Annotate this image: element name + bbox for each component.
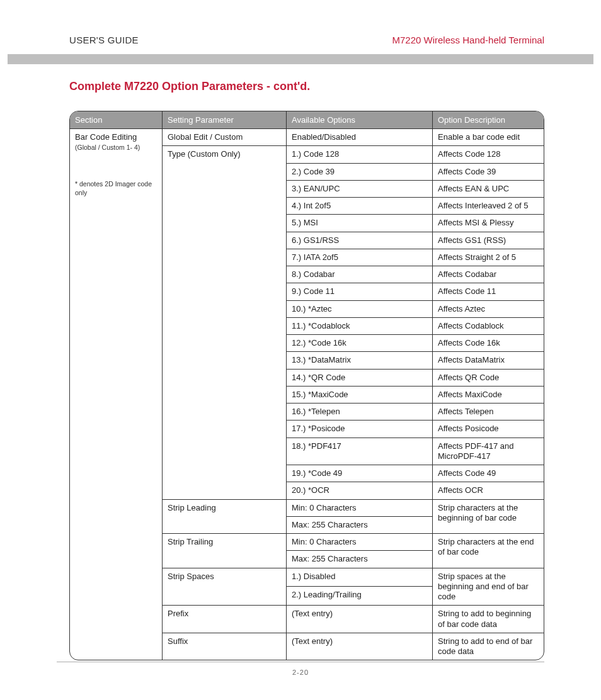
- description-cell: Affects GS1 (RSS): [433, 232, 544, 249]
- param-cell: Strip Leading: [163, 499, 287, 534]
- col-header-options: Available Options: [287, 111, 433, 129]
- description-cell: Affects Straight 2 of 5: [433, 249, 544, 266]
- option-cell: 15.) *MaxiCode: [287, 386, 433, 403]
- option-cell: Min: 0 Characters: [287, 534, 433, 551]
- description-cell: Affects Codabar: [433, 266, 544, 283]
- option-cell: Enabled/Disabled: [287, 129, 433, 146]
- option-cell: 13.) *DataMatrix: [287, 352, 433, 369]
- param-cell: Global Edit / Custom: [163, 129, 287, 146]
- col-header-section: Section: [70, 111, 163, 129]
- description-cell: Strip spaces at the beginning and end of…: [433, 568, 544, 606]
- option-cell: 6.) GS1/RSS: [287, 232, 433, 249]
- description-cell: Enable a bar code edit: [433, 129, 544, 146]
- section-footnote: * denotes 2D Imager code only: [75, 180, 157, 196]
- description-cell: Affects DataMatrix: [433, 352, 544, 369]
- param-cell: Strip Trailing: [163, 534, 287, 568]
- description-cell: Affects MaxiCode: [433, 386, 544, 403]
- page-number: 2-20: [0, 669, 601, 676]
- section-title: Complete M7220 Option Parameters - cont'…: [69, 80, 544, 93]
- description-cell: Affects QR Code: [433, 369, 544, 386]
- table-row: Bar Code Editing(Global / Custom 1- 4)* …: [70, 129, 544, 146]
- param-cell: Prefix: [163, 606, 287, 633]
- description-cell: Affects MSI & Plessy: [433, 215, 544, 232]
- section-name: Bar Code Editing: [75, 132, 157, 142]
- description-cell: Affects Telepen: [433, 404, 544, 421]
- option-cell: 20.) *OCR: [287, 482, 433, 499]
- option-cell: 1.) Disabled: [287, 568, 433, 587]
- description-cell: Affects Aztec: [433, 300, 544, 317]
- option-cell: 14.) *QR Code: [287, 369, 433, 386]
- description-cell: Affects Code 16k: [433, 335, 544, 352]
- option-cell: 1.) Code 128: [287, 146, 433, 163]
- document-page: USER'S GUIDE M7220 Wireless Hand-held Te…: [0, 0, 601, 700]
- option-cell: 12.) *Code 16k: [287, 335, 433, 352]
- description-cell: String to add to end of bar code data: [433, 633, 544, 660]
- option-cell: Max: 255 Characters: [287, 516, 433, 533]
- page-header: USER'S GUIDE M7220 Wireless Hand-held Te…: [69, 35, 544, 45]
- description-cell: Affects Code 39: [433, 163, 544, 180]
- section-note: (Global / Custom 1- 4): [75, 144, 157, 152]
- parameters-table-wrapper: Section Setting Parameter Available Opti…: [69, 111, 544, 660]
- option-cell: 11.) *Codablock: [287, 317, 433, 334]
- option-cell: 2.) Code 39: [287, 163, 433, 180]
- option-cell: 3.) EAN/UPC: [287, 180, 433, 197]
- description-cell: Affects Posicode: [433, 421, 544, 438]
- option-cell: 17.) *Posicode: [287, 421, 433, 438]
- option-cell: 16.) *Telepen: [287, 404, 433, 421]
- param-cell: Type (Custom Only): [163, 146, 287, 499]
- description-cell: Affects Code 11: [433, 283, 544, 300]
- option-cell: 8.) Codabar: [287, 266, 433, 283]
- header-right: M7220 Wireless Hand-held Terminal: [392, 35, 545, 45]
- description-cell: Affects PDF-417 and MicroPDF-417: [433, 438, 544, 465]
- option-cell: 19.) *Code 49: [287, 465, 433, 482]
- parameters-table: Section Setting Parameter Available Opti…: [70, 111, 544, 660]
- param-cell: Suffix: [163, 633, 287, 660]
- option-cell: 5.) MSI: [287, 215, 433, 232]
- table-header-row: Section Setting Parameter Available Opti…: [70, 111, 544, 129]
- option-cell: (Text entry): [287, 606, 433, 633]
- option-cell: (Text entry): [287, 633, 433, 660]
- param-cell: Strip Spaces: [163, 568, 287, 606]
- description-cell: Affects Code 128: [433, 146, 544, 163]
- option-cell: Max: 255 Characters: [287, 551, 433, 568]
- description-cell: Affects OCR: [433, 482, 544, 499]
- description-cell: String to add to beginning of bar code d…: [433, 606, 544, 633]
- footer-divider: [57, 662, 544, 662]
- option-cell: 9.) Code 11: [287, 283, 433, 300]
- option-cell: 18.) *PDF417: [287, 438, 433, 465]
- option-cell: 2.) Leading/Trailing: [287, 587, 433, 606]
- description-cell: Affects Interleaved 2 of 5: [433, 198, 544, 215]
- option-cell: 4.) Int 2of5: [287, 198, 433, 215]
- option-cell: Min: 0 Characters: [287, 499, 433, 516]
- header-divider-bar: [8, 54, 593, 64]
- description-cell: Affects EAN & UPC: [433, 180, 544, 197]
- header-left: USER'S GUIDE: [69, 35, 139, 45]
- option-cell: 10.) *Aztec: [287, 300, 433, 317]
- col-header-description: Option Description: [433, 111, 544, 129]
- description-cell: Strip characters at the beginning of bar…: [433, 499, 544, 534]
- description-cell: Affects Codablock: [433, 317, 544, 334]
- description-cell: Affects Code 49: [433, 465, 544, 482]
- col-header-parameter: Setting Parameter: [163, 111, 287, 129]
- section-cell: Bar Code Editing(Global / Custom 1- 4)* …: [70, 129, 163, 660]
- option-cell: 7.) IATA 2of5: [287, 249, 433, 266]
- description-cell: Strip characters at the end of bar code: [433, 534, 544, 568]
